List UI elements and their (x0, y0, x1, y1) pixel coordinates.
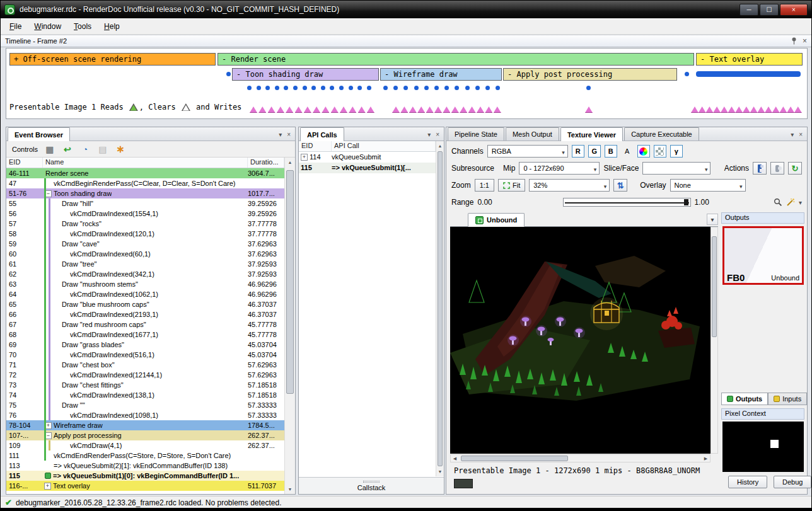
column-duration[interactable]: Duratio... (248, 158, 284, 168)
timeline-bar-toon-shading[interactable]: - Toon shading draw (232, 68, 379, 81)
texture-display[interactable] (450, 227, 710, 454)
draw-activity-dot[interactable] (475, 86, 480, 90)
jump-to-eid-icon[interactable]: ↩ (62, 144, 73, 155)
draw-activity-dot[interactable] (284, 86, 288, 90)
draw-activity-dot[interactable] (339, 86, 344, 90)
tab-inputs[interactable]: Inputs (768, 393, 807, 405)
write-marker-icon[interactable] (713, 106, 721, 113)
write-marker-icon[interactable] (313, 106, 320, 113)
maximize-button[interactable]: ☐ (760, 4, 779, 16)
fb0-thumbnail[interactable]: FB0 Unbound (722, 226, 804, 285)
draw-activity-dot[interactable] (293, 86, 298, 90)
write-marker-icon[interactable] (468, 106, 476, 113)
scroll-down-icon[interactable]: ▼ (285, 485, 295, 494)
draw-activity-dot[interactable] (247, 86, 252, 90)
timeline-bar-offscreen[interactable]: + Off-screen scene rendering (9, 53, 216, 66)
texture-list-chevron-icon[interactable]: ▾ (707, 214, 718, 225)
tree-expander-icon[interactable]: + (44, 483, 51, 490)
column-eid[interactable]: EID (299, 141, 332, 151)
write-marker-icon[interactable] (750, 106, 758, 113)
write-marker-icon[interactable] (349, 106, 356, 113)
column-eid[interactable]: EID (6, 158, 43, 168)
close-icon[interactable]: × (803, 38, 807, 44)
close-icon[interactable]: × (287, 131, 291, 138)
draw-activity-dot[interactable] (414, 86, 419, 90)
event-row[interactable]: 57Draw "rocks"37.77778 (6, 219, 284, 229)
write-marker-icon[interactable] (735, 106, 743, 113)
tab-capture-executable[interactable]: Capture Executable (624, 127, 699, 141)
scroll-right-icon[interactable]: ▶ (702, 455, 710, 462)
write-marker-icon[interactable] (277, 106, 284, 113)
export-texture-button[interactable] (770, 162, 784, 175)
menu-file[interactable]: File (3, 20, 28, 33)
scrollbar-thumb[interactable] (286, 170, 294, 394)
write-marker-icon[interactable] (743, 106, 750, 113)
statistics-icon[interactable]: ▤ (97, 144, 108, 155)
zoom-1-1-button[interactable]: 1:1 (475, 179, 494, 192)
draw-activity-dot[interactable] (393, 86, 398, 90)
write-marker-icon[interactable] (494, 106, 501, 113)
tab-event-browser[interactable]: Event Browser (8, 127, 70, 141)
pixel-context-view[interactable] (722, 422, 804, 472)
api-call-row[interactable]: +114vkQueueSubmit (299, 152, 436, 163)
scrollbar-thumb[interactable] (461, 456, 568, 461)
write-marker-icon[interactable] (268, 106, 276, 113)
event-row[interactable]: 74vkCmdDrawIndexed(138,1)57.18518 (6, 390, 284, 400)
magnifier-icon[interactable] (774, 198, 782, 207)
zoom-percent-select[interactable]: 32% (529, 179, 610, 192)
event-row[interactable]: 73Draw "chest fittings"57.18518 (6, 380, 284, 390)
event-row[interactable]: 62vkCmdDrawIndexed(342,1)37.92593 (6, 269, 284, 279)
draw-activity-dot[interactable] (226, 72, 231, 76)
write-marker-icon[interactable] (392, 106, 400, 113)
write-marker-icon[interactable] (250, 106, 257, 113)
tab-outputs[interactable]: Outputs (721, 393, 768, 405)
write-marker-icon[interactable] (705, 106, 713, 113)
api-calls-scrollbar[interactable]: ▲ ▼ (436, 141, 444, 476)
event-row[interactable]: 109vkCmdDraw(4,1)262.37... (6, 440, 284, 451)
write-marker-icon[interactable] (340, 106, 347, 113)
save-texture-button[interactable] (753, 162, 767, 175)
event-row[interactable]: 111vkCmdEndRenderPass(C=Store, D=Store, … (6, 451, 284, 461)
draw-activity-dot[interactable] (275, 86, 279, 90)
draw-activity-dot[interactable] (586, 86, 591, 90)
write-marker-icon[interactable] (358, 106, 366, 113)
scroll-up-icon[interactable]: ▲ (285, 158, 295, 167)
green-channel-button[interactable]: G (588, 145, 601, 158)
draw-activity-dot[interactable] (349, 86, 353, 90)
callstack-section[interactable]: Callstack (299, 477, 444, 494)
texture-horizontal-scrollbar[interactable]: ◀ ▶ (450, 454, 710, 462)
titlebar[interactable]: debugmarker.rdc - RenderDoc Unofficial r… (1, 1, 811, 18)
write-marker-icon[interactable] (409, 106, 417, 113)
api-call-row[interactable]: 115=> vkQueueSubmit(1)[... (299, 163, 436, 173)
write-marker-icon[interactable] (460, 106, 467, 113)
flip-y-button[interactable]: ⇅ (613, 179, 627, 192)
event-row[interactable]: 68vkCmdDrawIndexed(1677,1)45.77778 (6, 330, 284, 340)
write-marker-icon[interactable] (443, 106, 450, 113)
event-row[interactable]: 75Draw ""57.33333 (6, 400, 284, 410)
scrollbar-thumb[interactable] (438, 151, 443, 466)
mip-select[interactable]: 0 - 1272x690 (519, 162, 600, 175)
write-marker-icon[interactable] (322, 106, 329, 113)
event-row[interactable]: 107-...−Apply post processing262.37... (6, 430, 284, 440)
draw-activity-dot[interactable] (265, 86, 270, 90)
draw-activity-dot[interactable] (485, 86, 490, 90)
write-marker-icon[interactable] (699, 106, 706, 113)
draw-activity-dot[interactable] (444, 86, 449, 90)
toolbar-overflow-icon[interactable]: ▾ (799, 199, 802, 206)
column-api-call[interactable]: API Call (332, 141, 436, 151)
draw-activity-dot[interactable] (257, 86, 261, 90)
chevron-down-icon[interactable]: ▾ (427, 131, 431, 138)
event-row[interactable]: 67Draw "red mushroom caps"45.77778 (6, 319, 284, 330)
pin-icon[interactable] (791, 37, 797, 45)
overlay-select[interactable]: None (670, 179, 746, 192)
event-row[interactable]: 58vkCmdDrawIndexed(120,1)37.77778 (6, 229, 284, 239)
background-checker-button[interactable] (654, 145, 666, 158)
find-event-icon[interactable]: ▦ (44, 144, 55, 155)
draw-activity-dot[interactable] (685, 72, 689, 76)
tab-pipeline-state[interactable]: Pipeline State (448, 127, 504, 141)
write-marker-icon[interactable] (367, 106, 374, 113)
write-marker-icon[interactable] (765, 106, 772, 113)
slice-face-select[interactable] (642, 162, 710, 175)
event-row[interactable]: 66vkCmdDrawIndexed(2193,1)46.37037 (6, 309, 284, 319)
write-marker-icon[interactable] (477, 106, 484, 113)
